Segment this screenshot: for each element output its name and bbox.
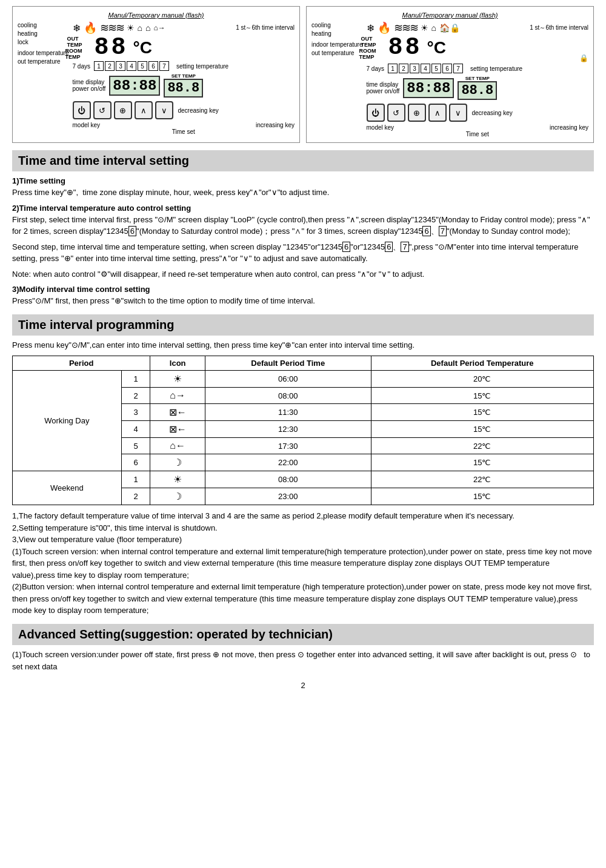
sub3-text: Press"⊙/M" first, then press "⊕"switch t…	[12, 295, 594, 307]
right-main-display: ❄ 🔥 ≋≋≋ ☀ ⌂ 🏠🔒 1 st～6th time interval RO…	[367, 21, 589, 137]
out-temp-badge: OUTTEMP	[67, 36, 82, 48]
col-default-temp: Default Period Temperature	[371, 356, 594, 371]
time-display-label: time display	[73, 79, 106, 85]
day-4: 4	[127, 61, 136, 71]
sub1-title: 1)Time setting	[12, 176, 594, 185]
note3: 3,View out temperature value (floor temp…	[12, 534, 594, 546]
day-7: 7	[159, 61, 169, 71]
right-buttons-row: ⏻ ↺ ⊕ ∧ ∨ decreasing key	[367, 104, 589, 122]
flame-icon: 🔥	[84, 21, 97, 35]
wd-period-6: 6	[121, 454, 150, 471]
left-setting-temp-label: setting temperature	[176, 63, 228, 70]
left-side-small-labels: time display power on/off	[73, 79, 106, 92]
right-power-onoff-label: power on/off	[367, 88, 400, 94]
right-down-btn[interactable]: ∨	[449, 104, 467, 122]
right-decreasing-key-label: decreasing key	[472, 110, 513, 116]
right-day-6: 6	[442, 64, 452, 73]
day-1: 1	[94, 61, 104, 71]
sub2-para1: First step, select time interval first, …	[12, 214, 594, 237]
left-diagram: Manul/Temporary manual (flash) cooling h…	[12, 6, 300, 143]
right-day-1: 1	[388, 64, 398, 73]
wd-temp-2: 15℃	[371, 388, 594, 404]
left-side-labels: cooling heating lock indoor temperature …	[18, 21, 69, 66]
wd-icon-1: ☀	[150, 371, 205, 388]
left-time-lcd: 88:88	[109, 76, 160, 96]
section1-header: Time and time interval setting	[12, 150, 594, 171]
right-sun-small-icon: ☀	[421, 23, 428, 33]
left-bottom-labels: model key increasing key	[73, 122, 295, 128]
right-cycle-btn[interactable]: ↺	[387, 104, 405, 122]
heating-label: heating	[18, 30, 69, 38]
left-time-set-label: Time set	[73, 128, 295, 135]
section2-title: Time interval programming	[18, 318, 174, 331]
right-days-row: 7 days 1 2 3 4 5 6 7 setting temperature	[367, 64, 589, 73]
left-decreasing-key-label: decreasing key	[178, 107, 219, 114]
right-day-5: 5	[431, 64, 441, 73]
right-interval-label: 1 st～6th time interval	[530, 24, 588, 32]
left-model-key-label: model key	[73, 122, 101, 128]
right-snowflake-icon: ❄	[367, 22, 375, 34]
right-lcd-main: 88	[388, 36, 422, 60]
right-increasing-key-label: increasing key	[550, 124, 588, 131]
right-lcd-unit: °C	[427, 38, 446, 58]
right-cooling-label: cooling	[311, 21, 363, 30]
right-diagram: Manul/Temporary manual (flash) cooling h…	[306, 6, 594, 143]
wd-time-2: 08:00	[205, 388, 371, 404]
power-onoff-label: power on/off	[73, 85, 106, 92]
right-seven-days-label: 7 days	[367, 65, 384, 72]
col-period: Period	[13, 356, 150, 371]
right-clock-btn[interactable]: ⊕	[408, 104, 426, 122]
right-bottom-labels: model key increasing key	[367, 124, 589, 131]
wd-temp-4: 15℃	[371, 421, 594, 438]
right-set-temp-label: SET TEMP	[465, 76, 490, 81]
col-default-time: Default Period Time	[205, 356, 371, 371]
left-lower-row: time display power on/off 88:88 SET TEMP…	[73, 73, 295, 98]
left-main-display: ❄ 🔥 ≋≋≋ ☀ ⌂ ⌂ ⌂→ 1 st～6th time interval …	[73, 21, 295, 135]
wd-temp-6: 15℃	[371, 454, 594, 471]
day-5: 5	[138, 61, 147, 71]
snowflake-icon: ❄	[73, 22, 81, 34]
right-wave-icon: ≋≋≋	[394, 21, 418, 35]
table-row: Working Day 1 ☀ 06:00 20℃	[13, 371, 594, 388]
we-icon-2: ☽	[150, 488, 205, 505]
sun-small-icon: ☀	[127, 23, 135, 33]
wd-icon-3: ⊠←	[150, 404, 205, 421]
page-number: 2	[12, 681, 594, 690]
cycle-btn[interactable]: ↺	[93, 101, 112, 119]
wave-icon: ≋≋≋	[100, 21, 124, 35]
weekend-cell: Weekend	[13, 471, 122, 505]
left-lcd-unit: °C	[133, 38, 152, 58]
right-out-temp-label: out temperature	[311, 49, 363, 58]
right-set-temp-lcd: 88.8	[458, 81, 497, 100]
section2-intro: Press menu key"⊙/M",can enter into time …	[12, 339, 594, 351]
up-btn[interactable]: ∧	[135, 101, 153, 119]
left-buttons-row: ⏻ ↺ ⊕ ∧ ∨ decreasing key	[73, 101, 295, 119]
right-up-btn[interactable]: ∧	[428, 104, 447, 122]
table-row: Weekend 1 ☀ 08:00 22℃	[13, 471, 594, 488]
right-heating-label: heating	[311, 30, 363, 38]
wd-time-1: 06:00	[205, 371, 371, 388]
left-increasing-key-label: increasing key	[256, 122, 295, 128]
wd-time-4: 12:30	[205, 421, 371, 438]
wd-period-2: 2	[121, 388, 150, 404]
sub1-text: Press time key"⊕", time zone display min…	[12, 187, 594, 199]
clock-btn[interactable]: ⊕	[114, 101, 132, 119]
down-btn[interactable]: ∨	[155, 101, 173, 119]
set-temp-label: SET TEMP	[171, 73, 196, 79]
home2-icon: ⌂	[145, 23, 150, 33]
right-model-key-label: model key	[367, 124, 395, 131]
right-power-btn[interactable]: ⏻	[367, 104, 385, 122]
right-time-set-label: Time set	[367, 131, 589, 137]
power-btn[interactable]: ⏻	[73, 101, 91, 119]
left-icons-row: ❄ 🔥 ≋≋≋ ☀ ⌂ ⌂ ⌂→ 1 st～6th time interval	[73, 21, 295, 35]
right-setting-temp-label: setting temperature	[470, 65, 522, 72]
day-3: 3	[116, 61, 125, 71]
lock-label: lock	[18, 38, 69, 47]
home1-icon: ⌂	[138, 23, 142, 33]
indoor-temp-label: indoor temperature	[18, 49, 69, 58]
sub2-title: 2)Time interval temperature auto control…	[12, 204, 594, 213]
day-6: 6	[148, 61, 158, 71]
section3-para: (1)Touch screen version:under power off …	[12, 649, 594, 674]
wd-period-1: 1	[121, 371, 150, 388]
sub2-para2: Second step, time interval time and temp…	[12, 241, 594, 265]
